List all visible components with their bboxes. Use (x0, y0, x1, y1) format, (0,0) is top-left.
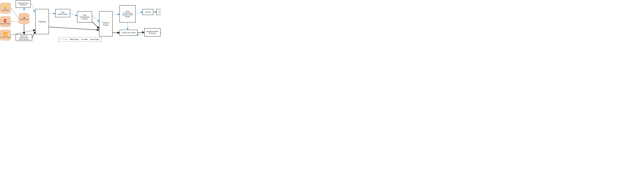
svg-line-17 (138, 32, 144, 33)
svg-line-14 (49, 27, 99, 30)
fingerprint-collection-label: Fingerprint DataCollection (18, 2, 28, 6)
android-tablet-icon: 📱 Android Tablet (19, 13, 30, 24)
tablet-device-icon: 📱 (23, 17, 25, 19)
data-augmentation-box: DataAugmentation (55, 9, 70, 17)
data-normalization-label: DataNormalization/Scaling (80, 14, 90, 20)
wifi-signal-icon: 📶 Wi-Fi RSS Signal (0, 30, 11, 40)
svg-marker-20 (66, 39, 67, 40)
magnet-icon: 🧲 (4, 19, 8, 23)
online-arrow-icon (82, 38, 88, 40)
evaluation-box: Evaluation (156, 9, 161, 15)
realtime-collection-label: Real-Time EnvironmentData Collection (16, 35, 31, 40)
fingerprint-collection-box: Fingerprint DataCollection (16, 0, 31, 8)
filtering-label: Filtering (39, 20, 46, 23)
realtime-collection-box: Real-Time EnvironmentData Collection (16, 34, 32, 41)
feature-fusion-box: FeatureFusion (99, 11, 112, 36)
svg-line-5 (32, 31, 35, 37)
weighted-prediction-label: Weighted ModelPrediction (146, 31, 158, 34)
light-signal-label: Light Signal (2, 9, 9, 11)
dff-model-box: DeepFeedforwardNetwork (DFF)Model (120, 5, 136, 22)
offline-arrow-icon (61, 38, 67, 40)
data-augmentation-label: DataAugmentation (58, 11, 68, 15)
wifi-icon: 📶 (4, 32, 8, 36)
light-signal-icon: 💡 Light Signal (0, 3, 11, 13)
lightbulb-icon: 💡 (4, 5, 8, 9)
svg-line-8 (92, 16, 99, 22)
data-normalization-box: DataNormalization/Scaling (77, 11, 92, 22)
trained-dff-label: Trained DFF Model (122, 32, 136, 34)
evaluation-label: Evaluation (158, 11, 161, 13)
svg-line-0 (11, 8, 19, 19)
dff-model-label: DeepFeedforwardNetwork (DFF)Model (122, 10, 133, 17)
svg-line-7 (70, 13, 77, 16)
wifi-signal-label: Wi-Fi RSS Signal (0, 36, 11, 38)
offline-label: Offline Phase (70, 39, 79, 40)
svg-line-18 (160, 32, 161, 32)
svg-line-15 (92, 22, 99, 28)
feature-fusion-label: FeatureFusion (102, 22, 109, 26)
training-box: Training (142, 9, 153, 15)
online-label: Online Phase (90, 39, 99, 40)
trained-dff-box: Trained DFF Model (120, 30, 138, 36)
filtering-box: Filtering (35, 9, 49, 34)
svg-line-10 (136, 12, 142, 14)
tablet-label: Android Tablet (20, 19, 28, 20)
diagram: 💡 Light Signal 🧲 Magnetic Signal 📶 Wi-Fi… (0, 0, 161, 45)
training-label: Training (145, 11, 151, 13)
legend-box: Offline Phase Online Phase (59, 37, 102, 42)
svg-marker-22 (86, 39, 88, 40)
weighted-prediction-box: Weighted ModelPrediction (144, 28, 160, 36)
magnetic-signal-label: Magnetic Signal (0, 23, 10, 24)
magnetic-signal-icon: 🧲 Magnetic Signal (0, 16, 11, 27)
